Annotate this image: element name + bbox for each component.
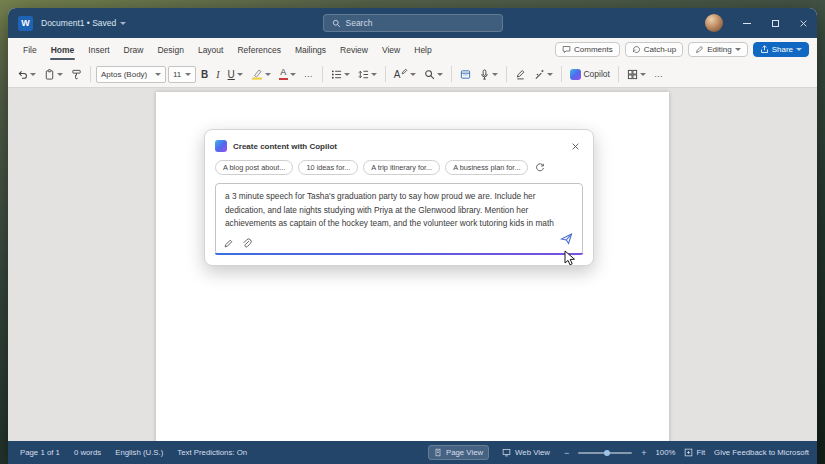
- divider: [322, 66, 323, 82]
- editor-button[interactable]: [512, 67, 529, 82]
- maximize-button[interactable]: [761, 8, 789, 38]
- word-app-icon[interactable]: W: [18, 16, 33, 31]
- divider: [618, 66, 619, 82]
- font-name-select[interactable]: Aptos (Body): [96, 66, 166, 83]
- refresh-icon: [535, 163, 545, 173]
- line-spacing-button[interactable]: [355, 67, 380, 82]
- tab-mailings[interactable]: Mailings: [288, 38, 333, 61]
- tab-review[interactable]: Review: [333, 38, 375, 61]
- chevron-down-icon: [640, 73, 646, 76]
- send-button[interactable]: [560, 231, 573, 249]
- share-button[interactable]: Share: [753, 42, 809, 57]
- editing-button[interactable]: Editing: [688, 42, 747, 57]
- document-title-label: Document1 • Saved: [41, 18, 116, 28]
- zoom-slider[interactable]: [578, 448, 632, 458]
- web-view-button[interactable]: Web View: [497, 446, 555, 459]
- suggestions-wand-button[interactable]: [531, 67, 556, 82]
- tab-home[interactable]: Home: [44, 38, 82, 61]
- chevron-down-icon: [57, 73, 63, 76]
- search-placeholder: Search: [346, 18, 373, 28]
- paste-button[interactable]: [41, 67, 66, 82]
- tab-design[interactable]: Design: [150, 38, 190, 61]
- tab-layout[interactable]: Layout: [191, 38, 231, 61]
- language-status[interactable]: English (U.S.): [115, 448, 163, 457]
- tab-view[interactable]: View: [375, 38, 407, 61]
- text-highlight-button[interactable]: [248, 66, 274, 82]
- document-area[interactable]: Create content with Copilot A blog post …: [8, 88, 817, 441]
- ellipsis-icon: …: [304, 69, 314, 79]
- tab-draw[interactable]: Draw: [117, 38, 151, 61]
- fit-button[interactable]: Fit: [684, 448, 705, 457]
- undo-button[interactable]: [14, 67, 39, 82]
- feedback-link[interactable]: Give Feedback to Microsoft: [714, 448, 809, 457]
- zoom-in-button[interactable]: +: [641, 448, 646, 458]
- find-button[interactable]: [421, 67, 446, 82]
- more-font-options-button[interactable]: …: [301, 67, 317, 81]
- zoom-slider-thumb[interactable]: [604, 450, 610, 456]
- copilot-button[interactable]: Copilot: [567, 67, 612, 82]
- compose-pen-icon: [223, 238, 234, 249]
- editing-label: Editing: [707, 45, 731, 54]
- zoom-level[interactable]: 100%: [655, 448, 675, 457]
- chevron-down-icon: [410, 73, 416, 76]
- copilot-icon: [215, 140, 227, 152]
- chip-ideas[interactable]: 10 ideas for...: [298, 160, 358, 175]
- ribbon-overflow-button[interactable]: …: [651, 67, 667, 81]
- underline-button[interactable]: U: [225, 67, 246, 82]
- maximize-icon: [772, 20, 779, 27]
- font-color-button[interactable]: A: [276, 66, 299, 83]
- close-button[interactable]: [789, 8, 817, 38]
- bold-button[interactable]: B: [198, 67, 211, 82]
- styles-button[interactable]: A: [391, 67, 420, 82]
- catchup-label: Catch-up: [644, 45, 676, 54]
- text-predictions-status[interactable]: Text Predictions: On: [177, 448, 247, 457]
- bullet-list-button[interactable]: [328, 67, 353, 82]
- attach-file-button[interactable]: [241, 238, 252, 249]
- tab-insert[interactable]: Insert: [81, 38, 116, 61]
- zoom-out-button[interactable]: −: [564, 448, 569, 458]
- font-color-icon: A: [279, 68, 288, 81]
- chevron-down-icon: [437, 73, 443, 76]
- dictate-button[interactable]: [476, 67, 501, 82]
- tab-references[interactable]: References: [230, 38, 287, 61]
- tab-help[interactable]: Help: [407, 38, 438, 61]
- clipboard-icon: [44, 69, 55, 80]
- document-page[interactable]: Create content with Copilot A blog post …: [156, 92, 669, 441]
- chevron-down-icon: [371, 73, 377, 76]
- share-label: Share: [772, 45, 793, 54]
- minimize-button[interactable]: [733, 8, 761, 38]
- tab-file[interactable]: File: [16, 38, 44, 61]
- chip-blog-post[interactable]: A blog post about...: [215, 160, 293, 175]
- grid-icon: [627, 69, 638, 80]
- copilot-prompt-input[interactable]: a 3 minute speech for Tasha's graduation…: [215, 183, 583, 255]
- search-box[interactable]: Search: [323, 14, 503, 32]
- page-view-button[interactable]: Page View: [429, 446, 488, 459]
- ribbon-toolbar: Aptos (Body) 11 B I U A: [8, 61, 817, 88]
- page-count[interactable]: Page 1 of 1: [20, 448, 60, 457]
- comment-icon: [562, 45, 571, 54]
- copilot-icon: [570, 69, 581, 80]
- rewrite-pen-button[interactable]: [223, 238, 234, 249]
- chip-trip-itinerary[interactable]: A trip itinerary for...: [363, 160, 440, 175]
- font-name-value: Aptos (Body): [101, 70, 147, 79]
- italic-button[interactable]: I: [213, 67, 222, 82]
- designer-button[interactable]: [457, 67, 474, 82]
- chevron-down-icon: [290, 73, 296, 76]
- document-title[interactable]: Document1 • Saved: [41, 18, 126, 28]
- bold-label: B: [201, 69, 208, 80]
- format-painter-button[interactable]: [68, 67, 85, 82]
- catchup-button[interactable]: Catch-up: [625, 42, 683, 57]
- chevron-down-icon: [237, 73, 243, 76]
- refresh-suggestions-button[interactable]: [535, 163, 545, 173]
- chip-business-plan[interactable]: A business plan for...: [445, 160, 528, 175]
- chevron-down-icon: [796, 48, 802, 51]
- comments-button[interactable]: Comments: [555, 42, 620, 57]
- minimize-icon: [743, 23, 751, 24]
- word-count[interactable]: 0 words: [74, 448, 101, 457]
- user-avatar[interactable]: [705, 14, 723, 32]
- share-icon: [760, 45, 769, 54]
- font-size-select[interactable]: 11: [168, 66, 196, 83]
- view-options-button[interactable]: [624, 67, 649, 82]
- dialog-close-button[interactable]: [567, 138, 583, 154]
- editor-pen-icon: [515, 69, 526, 80]
